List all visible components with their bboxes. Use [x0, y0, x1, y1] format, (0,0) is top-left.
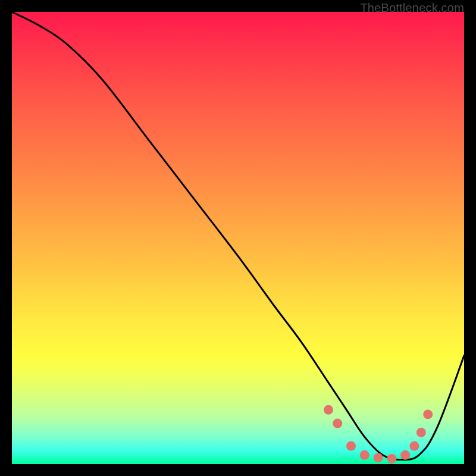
- optimum-dot: [416, 428, 426, 437]
- chart-frame: TheBottleneck.com: [0, 0, 476, 476]
- optimum-dot: [374, 453, 383, 462]
- optimum-dot: [423, 409, 433, 419]
- optimum-dot: [409, 441, 419, 451]
- plot-area: [12, 12, 464, 464]
- optimum-dot: [333, 419, 342, 428]
- optimum-dot: [360, 450, 369, 460]
- optimum-dot: [324, 405, 333, 415]
- optimum-dots: [324, 405, 433, 464]
- optimum-dot: [387, 454, 396, 464]
- optimum-dot: [400, 450, 410, 460]
- curve-layer: [12, 12, 464, 464]
- bottleneck-curve: [12, 12, 464, 460]
- optimum-dot: [346, 441, 356, 451]
